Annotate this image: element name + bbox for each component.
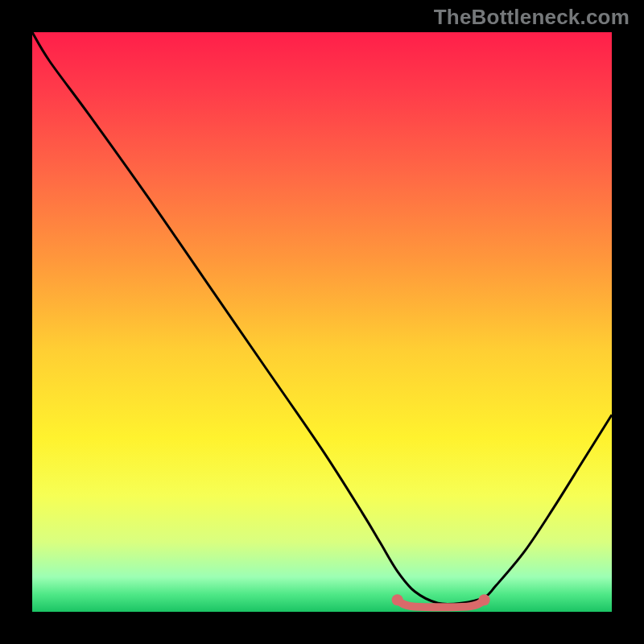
bottleneck-curve	[32, 32, 612, 612]
plot-area	[32, 32, 612, 612]
svg-point-2	[479, 594, 490, 605]
watermark-label: TheBottleneck.com	[434, 5, 630, 30]
svg-point-1	[392, 594, 403, 605]
chart-frame: TheBottleneck.com	[0, 0, 644, 644]
